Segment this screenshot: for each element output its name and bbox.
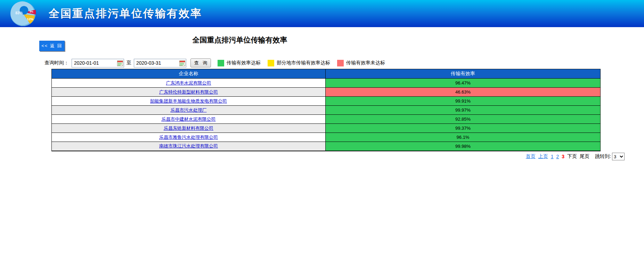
company-link[interactable]: 乐昌东锆新材料有限公司 xyxy=(164,126,213,131)
table-row: 广东鸿丰水泥有限公司96.47% xyxy=(52,79,601,88)
top-banner: 83% 5% 12% 全国重点排污单位传输有效率 xyxy=(0,0,644,27)
table-row: 广东特伦特新型材料有限公司46.63% xyxy=(52,88,601,97)
company-cell: 乐昌市雅鲁污水处理有限公司 xyxy=(52,133,326,142)
banner-title: 全国重点排污单位传输有效率 xyxy=(49,0,202,27)
start-date-input[interactable] xyxy=(72,59,115,67)
last-page-label[interactable]: 尾页 xyxy=(580,153,589,160)
calendar-icon[interactable] xyxy=(179,60,185,66)
page-title: 全国重点排污单位传输有效率 xyxy=(0,35,480,45)
company-link[interactable]: 乐昌市污水处理厂 xyxy=(171,107,207,113)
query-button[interactable]: 查 询 xyxy=(190,58,211,67)
pagination: 首页 上页 1 2 3 下页 尾页 跳转到: 3 xyxy=(523,152,625,161)
jump-page-select[interactable]: 3 xyxy=(612,153,625,160)
company-cell: 乐昌东锆新材料有限公司 xyxy=(52,124,326,133)
legend-item-noncompliant: 传输有效率未达标 xyxy=(337,60,385,66)
company-cell: 乐昌市中建材水泥有限公司 xyxy=(52,115,326,124)
company-cell: 南雄市珠江污水处理有限公司 xyxy=(52,142,326,151)
rate-cell: 96.47% xyxy=(326,79,601,88)
header-company-name: 企业名称 xyxy=(52,69,326,79)
rate-cell: 99.91% xyxy=(326,97,601,106)
legend-item-partial: 部分地市传输有效率达标 xyxy=(268,60,330,66)
yellow-swatch-icon xyxy=(268,60,274,66)
table-row: 乐昌市污水处理厂99.97% xyxy=(52,106,601,115)
company-link[interactable]: 广东特伦特新型材料有限公司 xyxy=(159,89,218,95)
end-date-field xyxy=(134,59,186,67)
efficiency-table: 企业名称 传输有效率 广东鸿丰水泥有限公司96.47%广东特伦特新型材料有限公司… xyxy=(51,69,601,151)
logo-slice-12: 12% xyxy=(27,17,34,21)
prev-page-link[interactable]: 上页 xyxy=(538,153,548,160)
green-swatch-icon xyxy=(218,60,224,66)
end-date-input[interactable] xyxy=(134,59,177,67)
current-page: 3 xyxy=(562,154,564,159)
company-link[interactable]: 广东鸿丰水泥有限公司 xyxy=(166,80,211,86)
header-efficiency: 传输有效率 xyxy=(326,69,601,79)
rate-cell: 99.97% xyxy=(326,106,601,115)
company-link[interactable]: 韶能集团新丰旭能生物质发电有限公司 xyxy=(150,98,227,104)
pie-chart-logo-icon: 83% 5% 12% xyxy=(9,0,39,27)
logo-slice-83: 83% xyxy=(15,11,23,15)
page: 83% 5% 12% 全国重点排污单位传输有效率 << 返 回 全国重点排污单位… xyxy=(0,0,644,256)
rate-cell: 92.85% xyxy=(326,115,601,124)
company-link[interactable]: 乐昌市中建材水泥有限公司 xyxy=(162,117,216,122)
legend-item-compliant: 传输有效率达标 xyxy=(218,60,261,66)
company-link[interactable]: 南雄市珠江污水处理有限公司 xyxy=(159,143,218,149)
company-link[interactable]: 乐昌市雅鲁污水处理有限公司 xyxy=(159,135,218,140)
company-cell: 广东鸿丰水泥有限公司 xyxy=(52,79,326,88)
table-row: 乐昌市雅鲁污水处理有限公司96.1% xyxy=(52,133,601,142)
query-bar: 查询时间： 至 xyxy=(44,58,392,68)
jump-to-label: 跳转到: xyxy=(595,153,611,160)
table-row: 乐昌东锆新材料有限公司99.37% xyxy=(52,124,601,133)
table-header-row: 企业名称 传输有效率 xyxy=(52,69,601,79)
legend-label: 传输有效率达标 xyxy=(227,60,261,66)
first-page-link[interactable]: 首页 xyxy=(526,153,536,160)
rate-cell: 99.37% xyxy=(326,124,601,133)
next-page-label[interactable]: 下页 xyxy=(567,153,577,160)
table-row: 韶能集团新丰旭能生物质发电有限公司99.91% xyxy=(52,97,601,106)
red-swatch-icon xyxy=(337,60,344,66)
legend-label: 传输有效率未达标 xyxy=(346,60,385,66)
start-date-field xyxy=(72,59,124,67)
company-cell: 乐昌市污水处理厂 xyxy=(52,106,326,115)
date-to-label: 至 xyxy=(127,60,131,66)
legend: 传输有效率达标 部分地市传输有效率达标 传输有效率未达标 xyxy=(218,60,392,66)
rate-cell: 96.1% xyxy=(326,133,601,142)
rate-cell: 99.98% xyxy=(326,142,601,151)
calendar-icon[interactable] xyxy=(117,60,123,66)
page-link-1[interactable]: 1 xyxy=(551,154,554,159)
rate-cell: 46.63% xyxy=(326,88,601,97)
table-body: 广东鸿丰水泥有限公司96.47%广东特伦特新型材料有限公司46.63%韶能集团新… xyxy=(52,79,601,151)
company-cell: 韶能集团新丰旭能生物质发电有限公司 xyxy=(52,97,326,106)
page-link-2[interactable]: 2 xyxy=(556,154,559,159)
company-cell: 广东特伦特新型材料有限公司 xyxy=(52,88,326,97)
table-row: 乐昌市中建材水泥有限公司92.85% xyxy=(52,115,601,124)
query-time-label: 查询时间： xyxy=(44,60,69,66)
table-row: 南雄市珠江污水处理有限公司99.98% xyxy=(52,142,601,151)
legend-label: 部分地市传输有效率达标 xyxy=(277,60,330,66)
logo-slice-5: 5% xyxy=(30,10,33,13)
